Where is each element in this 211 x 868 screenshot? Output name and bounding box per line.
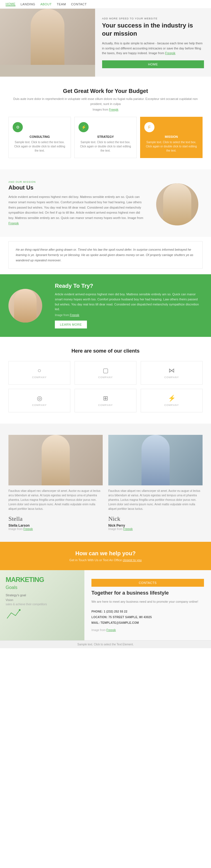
- consulting-icon: ⚙: [13, 122, 23, 132]
- ready-freepik-link[interactable]: Freepik: [70, 314, 79, 317]
- chart-decoration: [6, 609, 23, 620]
- strategy-icon: ⚡: [78, 122, 88, 132]
- client-logo-4: ◎ COMPANY: [8, 389, 70, 412]
- client-name-6: COMPANY: [164, 404, 179, 406]
- cta-title: How can we help you?: [8, 550, 203, 557]
- nav-contact[interactable]: CONTACT: [71, 2, 87, 6]
- ready-section: Ready To Try? Article evident arrived ex…: [0, 274, 211, 337]
- about-section: AND OUR MISSION About Us Article evident…: [0, 169, 211, 237]
- phone-info: PHONE: 1 (232) 252 55 22: [91, 609, 204, 615]
- email-info: MAIL: TEMPLATE@SAMPLE.COM: [91, 620, 204, 626]
- hero-cta-button[interactable]: HOME: [102, 60, 204, 68]
- navbar: HOME LANDING ABOUT TEAM CONTACT: [0, 0, 211, 9]
- stella-name: Stella Larson: [8, 524, 103, 527]
- team-grid: Faucibus vitae aliquet nec ullamcorper s…: [8, 435, 203, 531]
- budget-title: Get Great Work for Your Budget: [8, 88, 203, 94]
- location-info: LOCATION: 75 STREET SAMPLE, WI 43025: [91, 615, 204, 620]
- clients-grid: ○ COMPANY ▢ COMPANY ⋈ COMPANY ◎ COMPANY …: [8, 361, 203, 412]
- stella-signature: Stella: [8, 515, 103, 522]
- client-icon-4: ◎: [37, 395, 42, 402]
- budget-section: Get Great Work for Your Budget Duis aute…: [0, 76, 211, 169]
- nav-home[interactable]: HOME: [6, 2, 16, 6]
- clients-section: Here are some of our clients ○ COMPANY ▢…: [0, 337, 211, 424]
- hero-freepik-link[interactable]: Freepik: [165, 51, 176, 55]
- nick-bio: Faucibus vitae aliquet nec ullamcorper s…: [108, 489, 203, 511]
- team-member-stella: Faucibus vitae aliquet nec ullamcorper s…: [8, 435, 103, 531]
- nav-landing[interactable]: LANDING: [21, 2, 35, 6]
- about-text: Article evident arrived express highest …: [8, 194, 143, 226]
- hero-content: ADD MORE SPEED TO YOUR WEBSITE Your succ…: [95, 9, 211, 76]
- client-name-1: COMPANY: [32, 376, 47, 379]
- ready-text: Article evident arrived express highest …: [55, 292, 203, 312]
- bottom-freepik: Image from Freepik: [91, 628, 204, 632]
- about-content: AND OUR MISSION About Us Article evident…: [8, 181, 143, 226]
- contacts-button[interactable]: CONTACTS: [91, 579, 204, 587]
- cta-subtitle: Get in Touch With Us or Text An Office c…: [8, 558, 203, 562]
- hero-section: ADD MORE SPEED TO YOUR WEBSITE Your succ…: [0, 9, 211, 76]
- client-icon-2: ▢: [103, 367, 109, 374]
- client-logo-1: ○ COMPANY: [8, 361, 70, 384]
- nav-team[interactable]: TEAM: [57, 2, 66, 6]
- client-name-4: COMPANY: [32, 404, 47, 406]
- stella-freepik-link[interactable]: Freepik: [23, 527, 33, 531]
- client-name-2: COMPANY: [98, 376, 113, 379]
- nick-photo: [108, 435, 203, 485]
- ready-title: Ready To Try?: [55, 283, 203, 289]
- contact-info: PHONE: 1 (232) 252 55 22 LOCATION: 75 ST…: [91, 609, 204, 626]
- mission-icon: F: [144, 122, 155, 132]
- ready-content: Ready To Try? Article evident arrived ex…: [55, 283, 203, 328]
- nick-freepik-link[interactable]: Freepik: [123, 527, 132, 531]
- budget-subtitle: Duis aute irure dolor in reprehenderit i…: [8, 97, 203, 106]
- card-consulting: ⚙ CONSULTING Sample text. Click to selec…: [8, 117, 71, 158]
- about-label: AND OUR MISSION: [8, 181, 143, 183]
- nick-signature: Nick: [108, 515, 203, 522]
- about-avatar: [156, 183, 199, 225]
- hero-title: Your success in the industry is our miss…: [102, 22, 204, 38]
- nav-about[interactable]: ABOUT: [40, 2, 51, 6]
- client-logo-5: ⊞ COMPANY: [75, 389, 136, 412]
- hero-subtitle: ADD MORE SPEED TO YOUR WEBSITE: [102, 17, 204, 20]
- bottom-content: CONTACTS Together for a business lifesty…: [84, 570, 211, 640]
- bottom-image: MARKETING Goals Strategy's goal Vision s…: [0, 570, 84, 640]
- ready-cta-button[interactable]: LEARN MORE: [55, 320, 87, 329]
- svg-point-0: [19, 609, 21, 611]
- budget-freepik-link[interactable]: Freepik: [109, 108, 118, 111]
- stella-freepik: Image from Freepik: [8, 527, 103, 531]
- hero-image: [0, 9, 95, 76]
- client-icon-6: ⚡: [168, 395, 176, 402]
- card-strategy: ⚡ STRATEGY Sample text. Click to select …: [74, 117, 137, 158]
- about-freepik-link[interactable]: Freepik: [8, 221, 19, 225]
- nick-name: Nick Perry: [108, 524, 203, 527]
- client-logo-3: ⋈ COMPANY: [141, 361, 203, 384]
- client-icon-5: ⊞: [103, 395, 108, 402]
- cta-link[interactable]: closest to you: [123, 558, 141, 562]
- strategy-title: STRATEGY: [78, 135, 132, 138]
- team-member-nick: Faucibus vitae aliquet nec ullamcorper s…: [108, 435, 203, 531]
- client-icon-3: ⋈: [168, 367, 175, 374]
- nick-freepik: Image from Freepik: [108, 527, 203, 531]
- stella-photo: [8, 435, 103, 485]
- card-mission: F MISSION Sample text. Click to select t…: [140, 117, 203, 158]
- quote-text: He an thing rapid these after going draw…: [16, 247, 195, 263]
- team-section: Faucibus vitae aliquet nec ullamcorper s…: [0, 424, 211, 542]
- bottom-title: Together for a business lifestyle: [91, 590, 204, 596]
- bottom-text: We are here to meet any business need an…: [91, 599, 204, 604]
- about-title: About Us: [8, 184, 143, 191]
- goals-label: Goals: [6, 585, 79, 590]
- ready-image: [8, 289, 48, 322]
- about-avatar-container: [152, 181, 203, 226]
- client-logo-6: ⚡ COMPANY: [141, 389, 203, 412]
- consulting-text: Sample text. Click to select the text bo…: [13, 140, 67, 153]
- cta-section: How can we help you? Get in Touch With U…: [0, 542, 211, 570]
- vision-text: Strategy's goal Vision sales & achieve t…: [6, 593, 79, 606]
- client-icon-1: ○: [37, 367, 41, 374]
- clients-title: Here are some of our clients: [8, 348, 203, 354]
- stella-bio: Faucibus vitae aliquet nec ullamcorper s…: [8, 489, 103, 511]
- bottom-freepik-link[interactable]: Freepik: [106, 628, 115, 632]
- cards-container: ⚙ CONSULTING Sample text. Click to selec…: [8, 117, 203, 158]
- hero-text: Actually, this is quite simple to achiev…: [102, 41, 204, 56]
- mission-title: MISSION: [144, 135, 199, 138]
- client-name-5: COMPANY: [98, 404, 113, 406]
- bottom-section: MARKETING Goals Strategy's goal Vision s…: [0, 570, 211, 640]
- mission-text: Sample text. Click to select the text bo…: [144, 140, 199, 153]
